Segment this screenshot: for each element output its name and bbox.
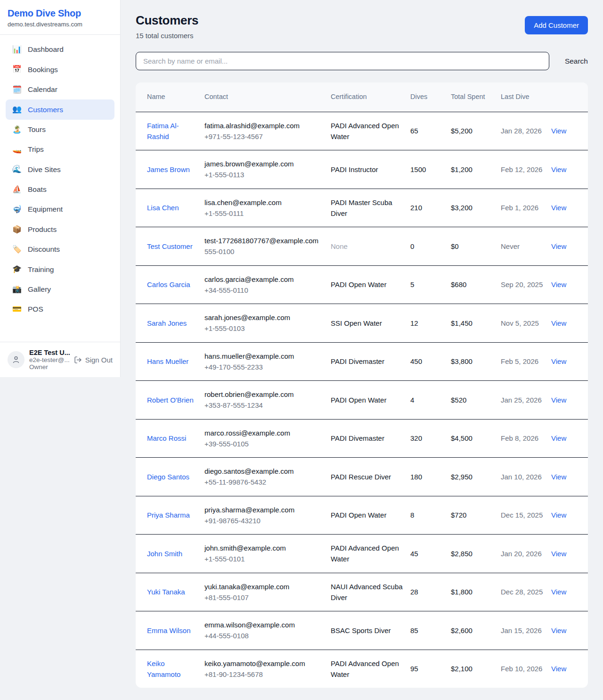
diving-mask-icon: 🤿 bbox=[12, 204, 22, 214]
view-customer-link[interactable]: View bbox=[551, 127, 566, 135]
sidebar-item-label: Discounts bbox=[28, 244, 60, 255]
column-header-total-spent: Total Spent bbox=[451, 82, 501, 112]
customer-name-link[interactable]: Diego Santos bbox=[147, 473, 189, 481]
customer-name-link[interactable]: Hans Mueller bbox=[147, 357, 188, 365]
customer-email: priya.sharma@example.com bbox=[204, 504, 324, 515]
dashboard-icon: 📊 bbox=[12, 44, 22, 55]
customer-name-link[interactable]: Marco Rossi bbox=[147, 434, 186, 442]
customer-total-spent: $2,950 bbox=[451, 458, 501, 496]
customer-name-link[interactable]: Robert O'Brien bbox=[147, 396, 194, 404]
user-icon bbox=[11, 355, 21, 364]
sidebar-item-label: Customers bbox=[28, 105, 63, 115]
sidebar-item-training[interactable]: 🎓 Training bbox=[6, 259, 114, 279]
sailboat-icon: ⛵ bbox=[12, 184, 22, 195]
sidebar-item-boats[interactable]: ⛵ Boats bbox=[6, 180, 114, 199]
sidebar-item-label: Gallery bbox=[28, 284, 51, 295]
sidebar-item-equipment[interactable]: 🤿 Equipment bbox=[6, 199, 114, 219]
view-customer-link[interactable]: View bbox=[551, 550, 566, 558]
sidebar-item-pos[interactable]: 💳 POS bbox=[6, 299, 114, 319]
search-button[interactable]: Search bbox=[565, 53, 588, 69]
view-customer-link[interactable]: View bbox=[551, 473, 566, 481]
customer-last-dive: Jan 15, 2026 bbox=[501, 611, 551, 650]
sidebar-item-discounts[interactable]: 🏷️ Discounts bbox=[6, 239, 114, 259]
customer-name-link[interactable]: Yuki Tanaka bbox=[147, 588, 185, 596]
view-customer-link[interactable]: View bbox=[551, 665, 566, 673]
view-customer-link[interactable]: View bbox=[551, 626, 566, 634]
view-customer-link[interactable]: View bbox=[551, 511, 566, 519]
sidebar-item-trips[interactable]: 🚤 Trips bbox=[6, 140, 114, 159]
spiral-calendar-icon: 🗓️ bbox=[12, 84, 22, 95]
customer-name-link[interactable]: Lisa Chen bbox=[147, 204, 179, 212]
view-customer-link[interactable]: View bbox=[551, 165, 566, 173]
customer-dives: 180 bbox=[410, 458, 451, 496]
customer-total-spent: $3,200 bbox=[451, 189, 501, 227]
island-icon: 🏝️ bbox=[12, 124, 22, 135]
customer-name-link[interactable]: Fatima Al-Rashid bbox=[147, 122, 179, 140]
view-customer-link[interactable]: View bbox=[551, 396, 566, 404]
search-input[interactable] bbox=[136, 52, 549, 70]
customer-dives: 4 bbox=[410, 381, 451, 420]
table-row: Keiko Yamamoto keiko.yamamoto@example.co… bbox=[136, 650, 588, 688]
customer-count: 15 total customers bbox=[136, 32, 198, 40]
column-header-name: Name bbox=[136, 82, 204, 112]
add-customer-button[interactable]: Add Customer bbox=[525, 16, 588, 34]
user-section: E2E Test U... e2e-tester@... Owner Sign … bbox=[0, 342, 120, 377]
view-customer-link[interactable]: View bbox=[551, 319, 566, 327]
view-customer-link[interactable]: View bbox=[551, 280, 566, 288]
customer-total-spent: $4,500 bbox=[451, 419, 501, 458]
customer-total-spent: $520 bbox=[451, 381, 501, 420]
sidebar-item-label: Calendar bbox=[28, 84, 57, 95]
sign-out-button[interactable]: Sign Out bbox=[74, 356, 113, 364]
package-icon: 📦 bbox=[12, 224, 22, 235]
customer-name-link[interactable]: Priya Sharma bbox=[147, 511, 190, 519]
customer-name-link[interactable]: Sarah Jones bbox=[147, 319, 187, 327]
sidebar-item-calendar[interactable]: 🗓️ Calendar bbox=[6, 80, 114, 99]
customer-last-dive: Feb 5, 2026 bbox=[501, 342, 551, 381]
customer-last-dive: Jan 25, 2026 bbox=[501, 381, 551, 420]
customer-email: lisa.chen@example.com bbox=[204, 197, 324, 208]
sidebar-item-tours[interactable]: 🏝️ Tours bbox=[6, 120, 114, 140]
customer-name-link[interactable]: Keiko Yamamoto bbox=[147, 659, 180, 678]
customer-dives: 0 bbox=[410, 227, 451, 266]
view-customer-link[interactable]: View bbox=[551, 204, 566, 212]
user-email: e2e-tester@... bbox=[29, 356, 69, 363]
customer-total-spent: $2,600 bbox=[451, 611, 501, 650]
customer-name-link[interactable]: John Smith bbox=[147, 550, 182, 558]
view-customer-link[interactable]: View bbox=[551, 242, 566, 250]
customer-name-link[interactable]: Emma Wilson bbox=[147, 626, 191, 634]
sidebar-item-customers[interactable]: 👥 Customers bbox=[6, 99, 114, 119]
customer-email: john.smith@example.com bbox=[204, 543, 324, 553]
sidebar-item-dive-sites[interactable]: 🌊 Dive Sites bbox=[6, 159, 114, 179]
column-header-certification: Certification bbox=[331, 82, 410, 112]
customer-phone: +91-98765-43210 bbox=[204, 515, 324, 526]
customer-name-link[interactable]: James Brown bbox=[147, 165, 190, 173]
customer-certification: PADI Master Scuba Diver bbox=[331, 189, 410, 227]
table-row: Emma Wilson emma.wilson@example.com +44-… bbox=[136, 611, 588, 650]
customer-phone: +971-55-123-4567 bbox=[204, 131, 324, 142]
customer-phone: +39-555-0105 bbox=[204, 438, 324, 449]
brand: Demo Dive Shop demo.test.divestreams.com bbox=[0, 0, 120, 35]
sidebar-item-dashboard[interactable]: 📊 Dashboard bbox=[6, 40, 114, 59]
view-customer-link[interactable]: View bbox=[551, 434, 566, 442]
sidebar-item-products[interactable]: 📦 Products bbox=[6, 220, 114, 239]
customer-phone: +1-555-0103 bbox=[204, 323, 324, 334]
table-row: Carlos Garcia carlos.garcia@example.com … bbox=[136, 265, 588, 304]
logout-icon bbox=[74, 356, 82, 364]
customer-name-link[interactable]: Test Customer bbox=[147, 242, 193, 250]
customer-name-link[interactable]: Carlos Garcia bbox=[147, 280, 190, 288]
customer-certification: SSI Open Water bbox=[331, 304, 410, 343]
view-customer-link[interactable]: View bbox=[551, 357, 566, 365]
sidebar-item-label: Equipment bbox=[28, 204, 63, 214]
table-header: Name Contact Certification Dives Total S… bbox=[136, 82, 588, 112]
customer-last-dive: Sep 20, 2025 bbox=[501, 265, 551, 304]
customers-table: Name Contact Certification Dives Total S… bbox=[136, 82, 588, 688]
customers-table-card: Name Contact Certification Dives Total S… bbox=[136, 82, 588, 688]
customer-total-spent: $2,850 bbox=[451, 535, 501, 573]
sidebar-item-label: POS bbox=[28, 304, 43, 314]
sidebar-item-bookings[interactable]: 📅 Bookings bbox=[6, 59, 114, 79]
view-customer-link[interactable]: View bbox=[551, 588, 566, 596]
customer-last-dive: Feb 1, 2026 bbox=[501, 189, 551, 227]
customer-email: emma.wilson@example.com bbox=[204, 619, 324, 630]
sidebar-item-gallery[interactable]: 📸 Gallery bbox=[6, 280, 114, 299]
customer-phone: +55-11-99876-5432 bbox=[204, 477, 324, 487]
